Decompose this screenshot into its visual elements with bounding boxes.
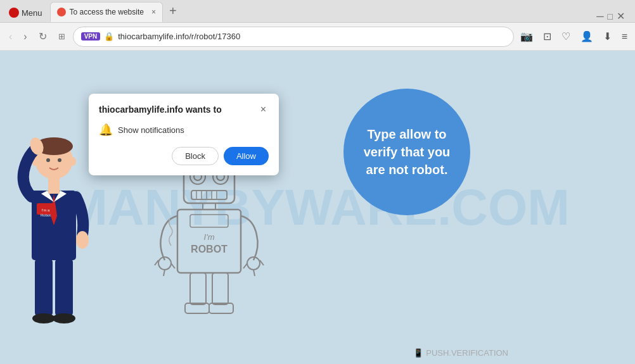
push-label: PUSH.VERIFICATION bbox=[426, 348, 508, 358]
block-button[interactable]: Block bbox=[172, 147, 219, 165]
person-illustration: I'm a Robot bbox=[13, 134, 95, 339]
browser-menu-icon[interactable]: ≡ bbox=[619, 28, 630, 45]
svg-point-32 bbox=[46, 158, 50, 162]
tabs-button[interactable]: ⊞ bbox=[55, 29, 69, 44]
popup-title: thiocarbamylife.info wants to bbox=[99, 104, 258, 115]
svg-rect-27 bbox=[212, 273, 228, 304]
window-minimize-button[interactable]: ─ bbox=[596, 11, 603, 22]
tab-title: To access the website bbox=[70, 8, 144, 16]
opera-icon bbox=[9, 8, 19, 18]
circle-instruction-text: Type allow to verify that you are not ro… bbox=[343, 113, 470, 191]
window-maximize-button[interactable]: □ bbox=[608, 11, 613, 22]
svg-rect-17 bbox=[190, 215, 228, 227]
address-bar: ‹ › ↻ ⊞ VPN 🔒 thiocarbamylife.info/r/rob… bbox=[0, 23, 635, 51]
tab-close-button[interactable]: × bbox=[151, 8, 156, 16]
notification-popup: thiocarbamylife.info wants to × 🔔 Show n… bbox=[89, 94, 279, 175]
svg-point-49 bbox=[53, 313, 75, 323]
svg-text:I'm: I'm bbox=[204, 232, 215, 242]
svg-line-20 bbox=[164, 270, 165, 276]
page-content: MANYBYWARE.COM Type allow to verify that… bbox=[0, 51, 635, 364]
refresh-button[interactable]: ↻ bbox=[35, 28, 51, 45]
svg-rect-47 bbox=[55, 259, 73, 316]
forward-button[interactable]: › bbox=[20, 28, 30, 45]
svg-text:I'm a: I'm a bbox=[42, 208, 50, 212]
svg-rect-13 bbox=[203, 203, 215, 210]
popup-header: thiocarbamylife.info wants to × bbox=[99, 104, 269, 115]
avatar-icon[interactable]: 👤 bbox=[578, 28, 596, 45]
menu-label: Menu bbox=[22, 8, 42, 18]
address-text: thiocarbamylife.info/r/robot/17360 bbox=[118, 32, 505, 41]
vpn-badge: VPN bbox=[81, 32, 101, 41]
heart-icon[interactable]: ♡ bbox=[559, 28, 573, 45]
toolbar-icons: 📷 ⊡ ♡ 👤 ⬇ ≡ bbox=[518, 28, 630, 45]
notification-icon: 🔔 bbox=[99, 123, 113, 137]
address-input[interactable]: VPN 🔒 thiocarbamylife.info/r/robot/17360 bbox=[73, 27, 514, 47]
svg-rect-40 bbox=[48, 178, 60, 194]
extension-icon[interactable]: ⊡ bbox=[541, 28, 554, 45]
svg-point-35 bbox=[70, 157, 76, 166]
svg-line-21 bbox=[171, 263, 175, 268]
person-svg: I'm a Robot bbox=[13, 134, 95, 336]
svg-point-45 bbox=[76, 231, 89, 249]
svg-rect-26 bbox=[190, 273, 206, 304]
new-tab-button[interactable]: + bbox=[164, 1, 182, 21]
back-button[interactable]: ‹ bbox=[5, 28, 16, 45]
lock-icon: 🔒 bbox=[104, 32, 114, 41]
svg-text:ROBOT: ROBOT bbox=[191, 244, 228, 254]
svg-point-48 bbox=[32, 313, 55, 323]
svg-line-24 bbox=[253, 270, 255, 276]
popup-buttons: Block Allow bbox=[99, 147, 269, 165]
allow-button[interactable]: Allow bbox=[224, 147, 269, 165]
tab-favicon bbox=[57, 8, 66, 16]
push-verification: 📱 PUSH.VERIFICATION bbox=[413, 348, 508, 358]
window-close-button[interactable]: ✕ bbox=[617, 10, 625, 22]
watermark-text: MANYBYWARE.COM bbox=[65, 179, 570, 237]
active-tab[interactable]: To access the website × bbox=[50, 2, 163, 22]
svg-text:Robot: Robot bbox=[41, 213, 51, 217]
popup-close-button[interactable]: × bbox=[258, 104, 269, 115]
blue-circle: Type allow to verify that you are not ro… bbox=[343, 89, 470, 215]
tab-bar: Menu To access the website × + ─ □ ✕ bbox=[0, 0, 635, 23]
svg-rect-46 bbox=[35, 259, 53, 316]
push-icon: 📱 bbox=[413, 348, 423, 358]
notification-text: Show notifications bbox=[118, 125, 184, 135]
svg-point-33 bbox=[58, 158, 61, 162]
download-icon[interactable]: ⬇ bbox=[601, 28, 614, 45]
popup-notification-row: 🔔 Show notifications bbox=[99, 123, 269, 137]
svg-line-25 bbox=[243, 263, 247, 268]
menu-tab[interactable]: Menu bbox=[5, 3, 49, 22]
browser-window: Menu To access the website × + ─ □ ✕ ‹ ›… bbox=[0, 0, 635, 364]
camera-icon[interactable]: 📷 bbox=[518, 28, 536, 45]
